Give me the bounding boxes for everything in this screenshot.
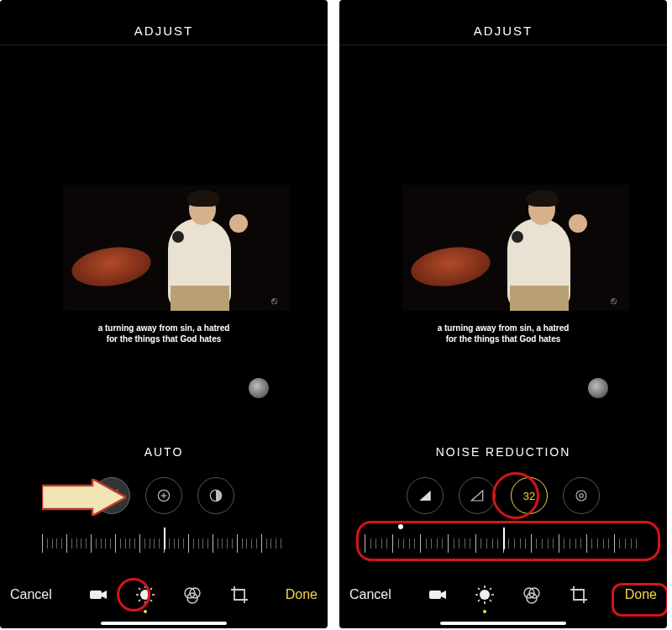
svg-point-6: [140, 590, 150, 600]
adjust-dial-icon: [135, 585, 155, 605]
caption-line-2: for the things that God hates: [107, 334, 222, 344]
bottom-toolbar: Cancel Done: [339, 576, 667, 613]
half-circle-icon: [207, 487, 224, 504]
svg-line-14: [150, 588, 152, 590]
svg-point-0: [114, 491, 116, 493]
person-pants-graphic: [510, 286, 569, 311]
mic-graphic: [512, 231, 523, 243]
svg-point-19: [580, 494, 584, 498]
svg-line-26: [478, 588, 480, 590]
svg-line-11: [139, 588, 140, 590]
sharpness-tool[interactable]: [407, 477, 444, 514]
header-title: ADJUST: [0, 0, 328, 45]
caption-line-1: a turning away from sin, a hatred: [98, 323, 230, 333]
svg-point-2: [113, 490, 113, 491]
filters-mode-button[interactable]: [181, 583, 204, 606]
video-camera-icon: [88, 585, 108, 605]
adjustment-slider[interactable]: [42, 529, 286, 558]
svg-rect-5: [90, 591, 102, 599]
crop-icon: [569, 585, 589, 605]
current-tool-label: NOISE REDUCTION: [339, 445, 667, 459]
highlights-tool[interactable]: [197, 477, 234, 514]
done-button[interactable]: Done: [279, 587, 318, 602]
video-preview[interactable]: ⎋: [402, 185, 629, 311]
video-mode-button[interactable]: [87, 583, 110, 606]
svg-line-28: [478, 600, 480, 601]
svg-rect-20: [429, 591, 441, 599]
svg-line-13: [139, 600, 140, 601]
adjust-mode-button[interactable]: [134, 583, 157, 606]
filters-icon: [522, 585, 542, 605]
adjust-dial-icon: [475, 585, 495, 605]
video-caption: a turning away from sin, a hatred for th…: [339, 323, 667, 344]
current-tool-label: AUTO: [0, 445, 328, 459]
vignette-tool[interactable]: [563, 477, 600, 514]
slider-center-tick: [503, 528, 505, 549]
person-hand-graphic: [229, 214, 248, 233]
caption-line-1: a turning away from sin, a hatred: [438, 323, 570, 333]
adjustment-tools-row: 32: [339, 477, 667, 514]
mic-graphic: [172, 231, 184, 243]
noise-reduction-value: 32: [523, 490, 535, 502]
adjustment-slider[interactable]: [365, 529, 642, 558]
caption-line-2: for the things that God hates: [446, 334, 561, 344]
editor-screen-noise-reduction: ADJUST ⎋ a turning away from sin, a hatr…: [339, 0, 667, 628]
svg-point-1: [117, 490, 118, 491]
filters-mode-button[interactable]: [520, 583, 543, 606]
video-mode-button[interactable]: [426, 583, 449, 606]
auto-enhance-tool[interactable]: [93, 477, 130, 514]
person-hair-graphic: [527, 190, 559, 207]
bottom-toolbar: Cancel Done: [0, 576, 328, 613]
svg-line-27: [490, 600, 491, 601]
crop-mode-button[interactable]: [228, 583, 251, 606]
crop-mode-button[interactable]: [567, 583, 591, 606]
filters-icon: [182, 585, 202, 605]
adjust-mode-button[interactable]: [473, 583, 496, 606]
exposure-icon: [155, 487, 172, 504]
cancel-button[interactable]: Cancel: [349, 587, 398, 602]
drum-cymbal-graphic: [408, 243, 492, 291]
crop-icon: [229, 585, 249, 605]
svg-line-12: [150, 600, 152, 601]
wand-icon: [103, 487, 120, 504]
slider-origin-dot: [398, 524, 403, 529]
live-photo-indicator[interactable]: [588, 378, 608, 398]
person-pants-graphic: [171, 286, 229, 311]
done-button[interactable]: Done: [618, 587, 657, 602]
noise-reduction-tool[interactable]: 32: [511, 477, 548, 514]
video-camera-icon: [428, 585, 448, 605]
person-hand-graphic: [569, 214, 587, 233]
triangle-outline-icon: [470, 488, 485, 503]
vignette-icon: [574, 488, 589, 503]
header-title: ADJUST: [339, 0, 667, 45]
loop-icon: ⎋: [271, 295, 277, 307]
exposure-tool[interactable]: [145, 477, 182, 514]
mode-switcher: [398, 583, 618, 606]
live-photo-indicator[interactable]: [249, 378, 269, 398]
slider-center-tick: [164, 528, 165, 549]
home-indicator[interactable]: [101, 622, 227, 625]
definition-tool[interactable]: [459, 477, 496, 514]
cancel-button[interactable]: Cancel: [10, 587, 59, 602]
triangle-solid-icon: [417, 488, 433, 503]
editor-screen-auto: ADJUST ⎋ a turning away from sin, a hatr…: [0, 0, 328, 628]
video-caption: a turning away from sin, a hatred for th…: [0, 323, 328, 344]
person-hair-graphic: [187, 190, 219, 207]
mode-switcher: [59, 583, 279, 606]
svg-point-21: [480, 590, 490, 600]
drum-cymbal-graphic: [69, 243, 153, 291]
video-preview[interactable]: ⎋: [63, 185, 290, 311]
adjustment-tools-row: [0, 477, 328, 514]
loop-icon: ⎋: [611, 295, 617, 307]
home-indicator[interactable]: [440, 622, 566, 625]
svg-point-18: [576, 491, 586, 501]
svg-line-29: [490, 588, 491, 590]
